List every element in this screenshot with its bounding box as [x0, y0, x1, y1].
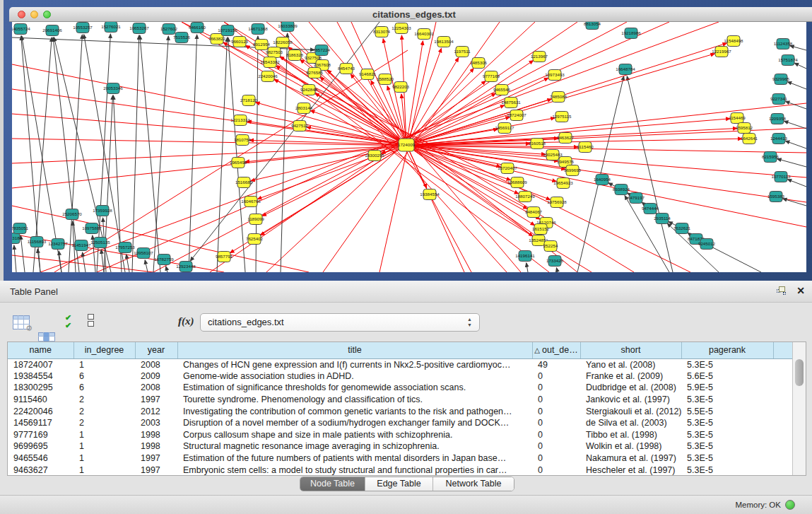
network-node[interactable]: 16543382 — [260, 57, 280, 68]
edge-black[interactable] — [556, 268, 558, 272]
tab-node-table[interactable]: Node Table — [300, 477, 365, 491]
network-node[interactable]: 9245012 — [698, 239, 716, 250]
edge-black[interactable] — [228, 37, 245, 272]
edge-red[interactable] — [406, 105, 505, 145]
network-node[interactable]: 14055724 — [12, 24, 30, 35]
network-node[interactable]: 7835051 — [12, 223, 29, 234]
network-node[interactable]: 8813054 — [584, 22, 601, 30]
edge-black[interactable] — [784, 121, 806, 129]
row-height-icon[interactable] — [88, 314, 94, 328]
network-node[interactable]: 8938924 — [613, 185, 630, 195]
network-node[interactable]: 9699695 — [564, 165, 582, 176]
edge-black[interactable] — [14, 245, 16, 272]
network-node[interactable]: 9660123 — [231, 37, 249, 47]
network-node[interactable]: 8186328 — [286, 50, 304, 61]
table-row[interactable]: 1830029562008Estimation of significance … — [8, 382, 794, 394]
network-node[interactable]: 18724007 — [507, 110, 526, 121]
tab-edge-table[interactable]: Edge Table — [365, 477, 433, 491]
network-node[interactable]: 9484067 — [525, 207, 543, 218]
network-node[interactable]: 1965498 — [230, 158, 247, 168]
network-node[interactable]: 12923448 — [176, 262, 196, 272]
edge-black[interactable] — [777, 159, 806, 167]
network-node[interactable]: 8454743 — [338, 64, 355, 74]
network-node[interactable]: 2718120 — [240, 95, 258, 106]
network-node[interactable]: 1154469 — [729, 113, 746, 124]
network-node[interactable]: 9474444 — [642, 204, 659, 214]
network-node[interactable]: 1615152 — [532, 224, 550, 235]
network-node[interactable]: 9146821 — [359, 69, 377, 80]
network-node[interactable]: 19218986 — [621, 28, 641, 39]
network-node[interactable]: 1527602 — [160, 24, 178, 35]
edge-black[interactable] — [84, 35, 125, 272]
network-node[interactable]: 9822203 — [392, 82, 410, 93]
table-settings-icon[interactable]: ⚙ — [13, 314, 31, 331]
network-node[interactable]: 9465546 — [493, 85, 511, 95]
network-node[interactable]: 9329965 — [772, 74, 790, 85]
network-node[interactable]: 9777169 — [483, 71, 500, 82]
edge-black[interactable] — [101, 250, 104, 272]
network-node[interactable]: 1516685 — [235, 177, 253, 188]
network-node[interactable]: 9276585 — [306, 68, 324, 78]
network-node[interactable]: 16640301 — [414, 29, 434, 40]
network-node[interactable]: 16046766 — [241, 197, 261, 207]
table-row[interactable]: 1456911722003Disruption of a novel membe… — [8, 417, 794, 429]
edge-black[interactable] — [153, 36, 168, 272]
network-node[interactable]: 1642641 — [741, 134, 758, 144]
network-node[interactable]: 11451947 — [71, 240, 91, 251]
edge-black[interactable] — [189, 35, 197, 272]
network-node[interactable]: 12975115 — [552, 112, 572, 122]
table-row[interactable]: 946554611997Estimation of the future num… — [8, 452, 794, 465]
network-node[interactable]: 6466160 — [189, 23, 206, 33]
network-node[interactable]: 2935114 — [654, 214, 671, 224]
network-node[interactable]: 19384554 — [420, 189, 440, 200]
tab-network-table[interactable]: Network Table — [433, 477, 514, 491]
network-node[interactable]: 9227341 — [770, 94, 788, 105]
edge-black[interactable] — [145, 260, 148, 272]
edge-red[interactable] — [251, 145, 406, 181]
memory-status-indicator[interactable] — [785, 500, 795, 510]
edge-black[interactable] — [794, 63, 806, 69]
network-node[interactable]: 7625402 — [246, 234, 264, 245]
table-row[interactable]: 946362711997Embryonic stem cells: a mode… — [8, 464, 794, 476]
network-node[interactable]: 10770113 — [771, 172, 791, 182]
edge-black[interactable] — [783, 199, 806, 206]
network-node[interactable]: 14569117 — [495, 123, 514, 134]
edge-black[interactable] — [166, 267, 167, 272]
edge-black[interactable] — [627, 76, 673, 272]
network-node[interactable]: 3913184 — [12, 233, 23, 244]
network-node[interactable]: 15751874 — [778, 55, 798, 66]
edge-red[interactable] — [406, 139, 742, 145]
network-node[interactable]: 7485083 — [550, 92, 567, 103]
table-row[interactable]: 1872400712008Changes of HCN gene express… — [8, 358, 794, 370]
edge-black[interactable] — [785, 141, 806, 148]
network-node[interactable]: 9427512 — [291, 121, 309, 132]
edge-black[interactable] — [83, 252, 86, 272]
edge-black[interactable] — [126, 255, 129, 272]
edge-black[interactable] — [217, 37, 228, 272]
table-row[interactable]: 1938455462009Genome-wide association stu… — [8, 370, 794, 382]
network-node[interactable]: 1213967 — [531, 52, 548, 62]
network-node[interactable]: 9242848 — [300, 85, 318, 95]
network-node[interactable]: 11156893 — [28, 237, 47, 247]
network-node[interactable]: 14671368 — [248, 24, 268, 35]
network-node[interactable]: 1189099 — [247, 214, 264, 225]
column-header-year[interactable]: year — [135, 342, 177, 358]
table-header[interactable]: namein_degreeyeartitle△out_de…shortpager… — [8, 342, 794, 358]
network-node[interactable]: 10688609 — [507, 177, 527, 188]
edge-black[interactable] — [526, 263, 528, 272]
select-rows-icon[interactable]: ✔✔ — [65, 314, 71, 329]
network-node[interactable]: 12342757 — [48, 239, 68, 250]
column-header-title[interactable]: title — [177, 342, 532, 358]
network-node[interactable]: 7857224 — [313, 45, 331, 56]
float-panel-icon[interactable] — [777, 286, 787, 296]
network-node[interactable]: 1588520 — [377, 74, 394, 85]
network-node[interactable]: 19654923 — [553, 178, 573, 189]
column-header-short[interactable]: short — [580, 342, 681, 358]
network-node[interactable]: 11548498 — [724, 36, 743, 47]
network-node[interactable]: 8215956 — [762, 152, 779, 163]
edge-black[interactable] — [787, 180, 806, 187]
scrollbar-thumb[interactable] — [795, 359, 804, 386]
network-node[interactable]: 1810754 — [234, 135, 252, 146]
network-node[interactable]: 16033809 — [278, 22, 298, 32]
network-node[interactable]: 252254 — [543, 241, 558, 252]
